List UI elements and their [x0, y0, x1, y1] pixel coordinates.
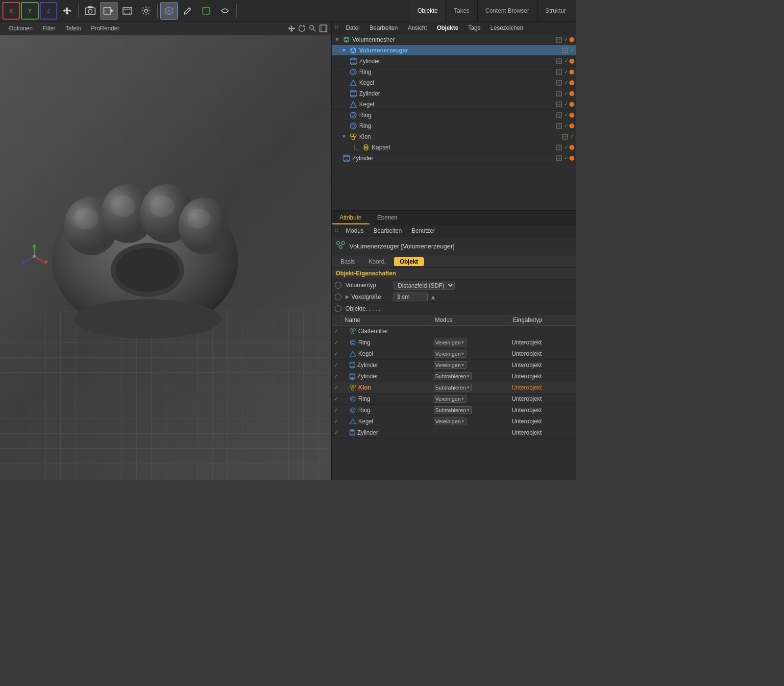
move-viewport-icon[interactable] [287, 24, 295, 32]
list-item[interactable]: Kegel ✓ [332, 99, 576, 110]
table-row[interactable]: ✓ Zylinder Vereinigen ▼ Unterobjekt [332, 359, 576, 370]
list-item[interactable]: Ring ✓ [332, 110, 576, 121]
ring2-eingabe: Unterobjekt [510, 393, 576, 404]
fullscreen-icon[interactable] [319, 24, 327, 32]
list-item[interactable]: Ring ✓ [332, 121, 576, 131]
table-row[interactable]: ✓ Ring Vereinigen ▼ Unterobjekt [332, 337, 576, 348]
y-axis-button[interactable]: Y [21, 2, 39, 20]
record-tool[interactable] [100, 2, 118, 20]
tab-takes[interactable]: Takes [446, 0, 477, 22]
settings-tool[interactable] [137, 2, 155, 20]
tab-content-browser[interactable]: Content Browser [478, 0, 538, 22]
vis-mesh-icon[interactable] [555, 111, 563, 119]
menu-tags[interactable]: Tags [463, 22, 485, 34]
list-item[interactable]: Zylinder ✓ [332, 56, 576, 67]
vis-mesh-icon[interactable] [555, 154, 563, 162]
list-item[interactable]: Ring ✓ [332, 67, 576, 77]
cube-view-tool[interactable] [160, 2, 178, 20]
svg-marker-121 [350, 351, 356, 356]
klon-eingabe: Unterobjekt [510, 382, 576, 393]
svg-rect-10 [129, 7, 130, 9]
tab-objekte[interactable]: Objekte [410, 0, 446, 22]
menu-ansicht[interactable]: Ansicht [403, 22, 432, 34]
zylinder-modus-select[interactable]: Vereinigen ▼ [434, 361, 466, 369]
vis-check: ✓ [564, 122, 568, 129]
menu-lesezeichen[interactable]: Lesezeichen [486, 22, 528, 34]
table-row[interactable]: ✓ Glättenfilter [332, 325, 576, 337]
expand-icon[interactable]: ▼ [341, 48, 347, 53]
voxelgroesse-spinner-up[interactable]: ▲ [430, 293, 437, 301]
vis-mesh-icon[interactable] [555, 57, 563, 65]
svg-point-115 [339, 245, 342, 248]
volumentyp-select[interactable]: Distanzfeld (SDF) [393, 281, 455, 290]
table-row[interactable]: ✓ Kegel Vereinigen ▼ Unterobjekt [332, 416, 576, 427]
list-item[interactable]: Zylinder ✓ [332, 88, 576, 99]
klon-modus-select[interactable]: Subtrahieren▼ [434, 384, 472, 392]
tab-struktur[interactable]: Struktur [538, 0, 574, 22]
top-toolbar: X Y Z Objekte Takes Content Browser Stru… [0, 0, 576, 22]
z-axis-button[interactable]: Z [40, 2, 57, 20]
table-row[interactable]: ✓ Ring Subtrahieren▼ Unterobjekt [332, 404, 576, 416]
viewport-menu-optionen[interactable]: Optionen [4, 22, 38, 35]
viewport[interactable]: Optionen Filter Tafeln ProRender [0, 22, 331, 480]
vis-mesh-icon[interactable] [555, 122, 563, 130]
table-row[interactable]: ✓ Klon Subtrahieren▼ Unterobjekt [332, 382, 576, 393]
vis-mesh-icon[interactable] [555, 68, 563, 76]
vis-mesh-icon[interactable] [555, 144, 563, 151]
zylinder2-eingabe: Unterobjekt [510, 370, 576, 382]
prop-tab-basis[interactable]: Basis [335, 257, 361, 266]
voxelgroesse-input[interactable] [393, 293, 428, 301]
expand-klon-icon[interactable]: ▼ [341, 134, 347, 139]
ring-modus-select[interactable]: Vereinigen ▼ [434, 339, 466, 346]
pen-tool[interactable] [179, 2, 196, 20]
viewport-menu-filter[interactable]: Filter [38, 22, 61, 35]
objekte-row: Objekte. . . . . [332, 303, 576, 315]
vis-mesh-icon[interactable] [555, 79, 563, 87]
camera-tool[interactable] [81, 2, 99, 20]
list-item[interactable]: ▼ Volumenmesher ✓ [332, 34, 576, 45]
ring-modus: Vereinigen ▼ [432, 337, 510, 348]
rotate-viewport-icon[interactable] [298, 24, 306, 32]
x-axis-button[interactable]: X [2, 2, 20, 20]
attr-menu-bearbeiten[interactable]: Bearbeiten [368, 224, 407, 237]
prop-tab-objekt[interactable]: Objekt [394, 257, 424, 266]
ring3-modus-select[interactable]: Subtrahieren▼ [434, 406, 472, 414]
list-item[interactable]: Kegel ✓ [332, 77, 576, 88]
attr-menu-modus[interactable]: Modus [341, 224, 368, 237]
kegel2-modus-select[interactable]: Vereinigen ▼ [434, 417, 466, 425]
ring3-table-name: Ring [358, 407, 370, 414]
attr-menu-benutzer[interactable]: Benutzer [407, 224, 440, 237]
list-item[interactable]: ▼ Volumenerzeuger ✓ [332, 45, 576, 56]
list-item[interactable]: ▼ Klon ✓ [332, 131, 576, 142]
attr-tab-attribute[interactable]: Attribute [332, 211, 369, 224]
viewport-menu-prorender[interactable]: ProRender [86, 22, 124, 35]
table-row[interactable]: ✓ Ring Vereinigen ▼ Unterobjekt [332, 393, 576, 404]
list-item[interactable]: Zylinder ✓ [332, 153, 576, 164]
transform-tool[interactable] [197, 2, 215, 20]
prop-tab-koord[interactable]: Koord. [363, 257, 392, 266]
viewport-canvas[interactable] [0, 35, 331, 480]
table-row[interactable]: ✓ Kegel Vereinigen ▼ Unterobjekt [332, 348, 576, 359]
kegel-modus-select[interactable]: Vereinigen ▼ [434, 350, 466, 358]
film-tool[interactable] [119, 2, 136, 20]
attr-tab-ebenen[interactable]: Ebenen [369, 211, 405, 224]
vis-mesh-icon[interactable] [555, 90, 563, 98]
move-tool[interactable] [58, 2, 76, 20]
ring2-modus-select[interactable]: Vereinigen ▼ [434, 395, 466, 403]
list-item[interactable]: Kapsel ✓ [332, 142, 576, 153]
table-row[interactable]: ✓ Zylinder Subtrahieren▼ Unterobjekt [332, 370, 576, 382]
menu-objekte[interactable]: Objekte [432, 22, 463, 34]
table-row[interactable]: ✓ Zylinder Unterobjekt [332, 427, 576, 438]
menu-datei[interactable]: Datei [341, 22, 365, 34]
expand-icon[interactable]: ▼ [334, 37, 341, 42]
zylinder2-modus-select[interactable]: Subtrahieren▼ [434, 372, 472, 380]
vis-mesh-icon[interactable] [561, 133, 569, 141]
viewport-menu-tafeln[interactable]: Tafeln [60, 22, 86, 35]
zoom-viewport-icon[interactable] [309, 24, 317, 32]
vis-mesh-icon[interactable] [555, 100, 563, 108]
deform-tool[interactable] [216, 2, 234, 20]
ring-table-name: Ring [358, 339, 370, 346]
vis-mesh-icon[interactable] [561, 47, 569, 54]
vis-mesh-icon[interactable] [555, 36, 563, 44]
menu-bearbeiten[interactable]: Bearbeiten [365, 22, 403, 34]
